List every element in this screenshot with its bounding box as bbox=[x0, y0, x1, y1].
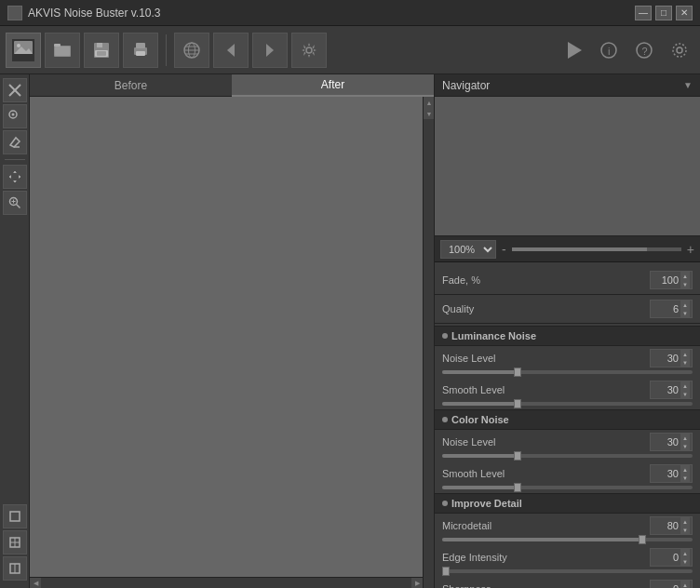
open-button[interactable] bbox=[45, 33, 80, 68]
zoom-select[interactable]: 100% 50% 200% bbox=[440, 240, 496, 259]
fade-down-button[interactable]: ▼ bbox=[680, 280, 690, 288]
edge-intensity-slider-thumb[interactable] bbox=[442, 567, 450, 576]
navigator-chevron-icon[interactable]: ▼ bbox=[683, 80, 693, 90]
sharpness-label: Sharpness bbox=[442, 583, 650, 588]
col-noise-level-slider-fill bbox=[442, 454, 518, 458]
lum-noise-level-up-button[interactable]: ▲ bbox=[680, 350, 690, 358]
lum-smooth-level-arrows: ▲ ▼ bbox=[680, 381, 690, 398]
improve-detail-section-header: Improve Detail bbox=[435, 493, 700, 514]
col-noise-level-up-button[interactable]: ▲ bbox=[680, 434, 690, 442]
lum-noise-level-label: Noise Level bbox=[442, 353, 650, 364]
lum-noise-level-slider[interactable] bbox=[442, 370, 693, 374]
microdetail-arrows: ▲ ▼ bbox=[680, 517, 690, 534]
edge-intensity-label: Edge Intensity bbox=[442, 552, 650, 563]
svg-marker-22 bbox=[568, 42, 582, 59]
vertical-scrollbar[interactable]: ▲ ▼ bbox=[423, 97, 434, 588]
print-button[interactable] bbox=[123, 33, 158, 68]
lum-smooth-level-slider-thumb[interactable] bbox=[514, 399, 521, 408]
edge-intensity-up-button[interactable]: ▲ bbox=[680, 549, 690, 557]
brush-tool-button[interactable] bbox=[3, 104, 27, 128]
zoom-in-icon[interactable]: + bbox=[687, 242, 694, 257]
compare-view-icon bbox=[9, 563, 20, 574]
magnify-tool-button[interactable] bbox=[3, 191, 27, 215]
preferences-button[interactable] bbox=[665, 35, 694, 65]
settings-button[interactable] bbox=[291, 33, 327, 68]
col-noise-level-label: Noise Level bbox=[442, 436, 650, 448]
col-noise-level-row: Noise Level 30 ▲ ▼ bbox=[435, 430, 700, 454]
scroll-up-arrow[interactable]: ▲ bbox=[424, 97, 434, 108]
back-button[interactable] bbox=[213, 33, 249, 68]
quality-down-button[interactable]: ▼ bbox=[680, 309, 690, 317]
lum-smooth-level-up-button[interactable]: ▲ bbox=[680, 381, 690, 390]
microdetail-slider[interactable] bbox=[442, 538, 693, 541]
fade-row: Fade, % 100 ▲ ▼ bbox=[435, 268, 700, 292]
close-button[interactable]: ✕ bbox=[676, 6, 693, 20]
split-view-button[interactable] bbox=[3, 530, 27, 555]
lum-noise-level-value: 30 bbox=[653, 353, 680, 364]
maximize-button[interactable]: □ bbox=[655, 6, 672, 20]
print-icon bbox=[131, 41, 150, 60]
improve-detail-title: Improve Detail bbox=[451, 498, 522, 509]
world-button[interactable] bbox=[174, 33, 209, 68]
zoom-slider[interactable] bbox=[512, 247, 681, 251]
col-noise-level-slider-thumb[interactable] bbox=[514, 451, 521, 461]
minimize-button[interactable]: — bbox=[635, 6, 652, 20]
quality-arrows: ▲ ▼ bbox=[680, 301, 690, 317]
svg-rect-6 bbox=[55, 47, 70, 56]
sharpness-up-button[interactable]: ▲ bbox=[680, 581, 690, 588]
col-smooth-level-down-button[interactable]: ▼ bbox=[680, 474, 690, 482]
col-noise-level-down-button[interactable]: ▼ bbox=[680, 442, 690, 450]
col-smooth-level-up-button[interactable]: ▲ bbox=[680, 465, 690, 474]
settings-panel[interactable]: Fade, % 100 ▲ ▼ Quality 6 ▲ ▼ bbox=[435, 262, 700, 588]
zoom-out-icon[interactable]: - bbox=[502, 242, 506, 257]
lum-smooth-level-slider[interactable] bbox=[442, 402, 693, 406]
scroll-down-arrow[interactable]: ▼ bbox=[424, 108, 434, 119]
play-icon bbox=[562, 39, 585, 61]
tab-after[interactable]: After bbox=[232, 74, 434, 97]
tab-before[interactable]: Before bbox=[30, 74, 232, 97]
col-smooth-level-value: 30 bbox=[653, 468, 680, 479]
lum-noise-level-slider-row bbox=[435, 370, 700, 378]
svg-point-2 bbox=[17, 44, 20, 47]
horizontal-scrollbar[interactable]: ◀ ▶ bbox=[30, 577, 423, 588]
help-button[interactable]: ? bbox=[629, 35, 659, 65]
scroll-right-arrow[interactable]: ▶ bbox=[411, 578, 423, 589]
quality-up-button[interactable]: ▲ bbox=[680, 301, 690, 309]
svg-point-28 bbox=[673, 44, 686, 57]
svg-rect-5 bbox=[54, 44, 61, 47]
sharpness-value: 0 bbox=[653, 583, 680, 588]
col-noise-level-slider[interactable] bbox=[442, 454, 693, 458]
lum-smooth-level-down-button[interactable]: ▼ bbox=[680, 390, 690, 398]
main-layout: Before After ▲ ▼ ◀ ▶ Navigator ▼ bbox=[0, 74, 700, 588]
fade-up-button[interactable]: ▲ bbox=[680, 272, 690, 280]
lum-noise-level-down-button[interactable]: ▼ bbox=[680, 358, 690, 367]
microdetail-down-button[interactable]: ▼ bbox=[680, 526, 690, 534]
pan-tool-button[interactable] bbox=[3, 165, 27, 189]
fade-arrows: ▲ ▼ bbox=[680, 272, 690, 288]
forward-button[interactable] bbox=[252, 33, 288, 68]
erase-tool-button[interactable] bbox=[3, 130, 27, 154]
lum-smooth-level-value: 30 bbox=[653, 384, 680, 395]
run-button[interactable] bbox=[559, 35, 588, 65]
color-noise-section-header: Color Noise bbox=[435, 409, 700, 430]
navigator-preview bbox=[435, 97, 700, 236]
microdetail-up-button[interactable]: ▲ bbox=[680, 517, 690, 526]
lum-smooth-level-value-box: 30 ▲ ▼ bbox=[650, 381, 693, 399]
edge-intensity-slider[interactable] bbox=[442, 569, 693, 573]
microdetail-slider-thumb[interactable] bbox=[639, 535, 646, 544]
canvas-tabs: Before After bbox=[30, 74, 434, 97]
scroll-left-arrow[interactable]: ◀ bbox=[30, 578, 41, 589]
split-view-icon bbox=[9, 537, 20, 548]
svg-line-35 bbox=[16, 205, 20, 208]
canvas-content[interactable]: ▲ ▼ ◀ ▶ bbox=[30, 97, 434, 588]
zoom-tool-button[interactable] bbox=[3, 78, 27, 102]
save-button[interactable] bbox=[84, 33, 119, 68]
compare-view-button[interactable] bbox=[3, 556, 27, 581]
col-smooth-level-slider[interactable] bbox=[442, 486, 693, 489]
info-button[interactable]: i bbox=[594, 35, 624, 65]
lum-noise-level-slider-thumb[interactable] bbox=[514, 368, 521, 377]
view-original-button[interactable] bbox=[3, 504, 27, 528]
divider-1 bbox=[435, 294, 700, 295]
edge-intensity-down-button[interactable]: ▼ bbox=[680, 557, 690, 566]
col-smooth-level-slider-thumb[interactable] bbox=[514, 483, 521, 492]
